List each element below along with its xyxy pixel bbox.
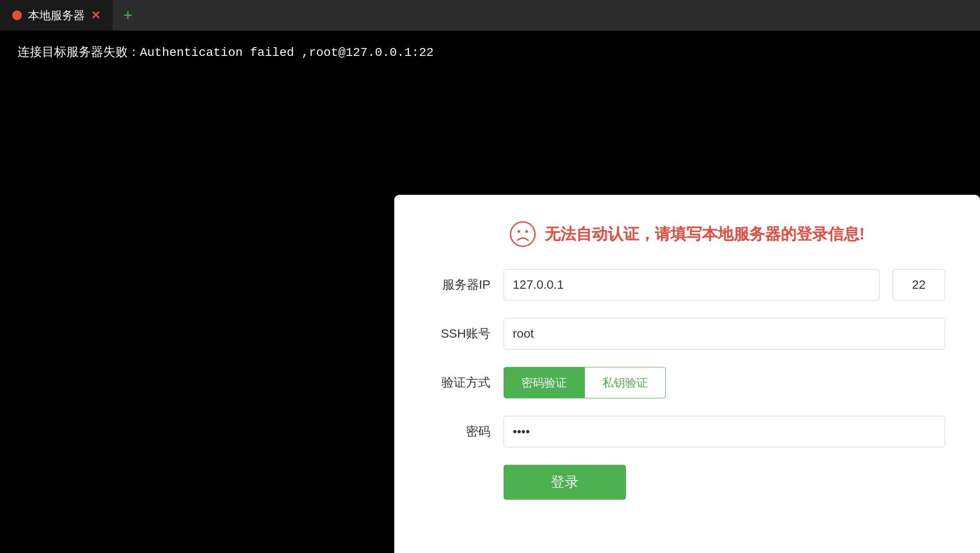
auth-dialog: 无法自动认证，请填写本地服务器的登录信息! 服务器IP SSH账号 验证方式 密… (394, 195, 980, 553)
dialog-header: 无法自动认证，请填写本地服务器的登录信息! (429, 221, 945, 247)
login-button[interactable]: 登录 (504, 465, 626, 500)
password-input[interactable] (504, 416, 945, 447)
port-input[interactable] (893, 269, 945, 301)
auth-method-row: 验证方式 密码验证 私钥验证 (429, 367, 945, 398)
sad-face-icon (510, 221, 536, 247)
auth-method-label: 验证方式 (429, 374, 490, 391)
auth-key-button[interactable]: 私钥验证 (585, 367, 666, 398)
ssh-account-label: SSH账号 (429, 325, 490, 342)
server-ip-input[interactable] (504, 269, 879, 301)
password-row: 密码 (429, 416, 945, 447)
server-ip-row: 服务器IP (429, 269, 945, 301)
add-tab-button[interactable]: + (113, 0, 143, 31)
auth-method-buttons: 密码验证 私钥验证 (504, 367, 945, 398)
svg-point-1 (518, 230, 520, 233)
svg-point-0 (511, 222, 535, 246)
tab-title: 本地服务器 (28, 8, 85, 23)
tab-indicator (12, 10, 22, 20)
password-label: 密码 (429, 423, 490, 440)
tab-close-icon[interactable]: ✕ (91, 9, 101, 22)
server-ip-label: 服务器IP (429, 276, 490, 293)
ssh-account-row: SSH账号 (429, 318, 945, 349)
svg-point-2 (525, 230, 528, 233)
auth-password-button[interactable]: 密码验证 (504, 367, 585, 398)
terminal-error-message: 连接目标服务器失败：Authentication failed ,root@12… (17, 44, 963, 62)
terminal-area: 连接目标服务器失败：Authentication failed ,root@12… (0, 31, 980, 553)
title-bar: 本地服务器 ✕ + (0, 0, 980, 31)
ssh-account-input[interactable] (504, 318, 945, 349)
dialog-title: 无法自动认证，请填写本地服务器的登录信息! (545, 224, 865, 245)
tab-local-server[interactable]: 本地服务器 ✕ (0, 0, 113, 31)
